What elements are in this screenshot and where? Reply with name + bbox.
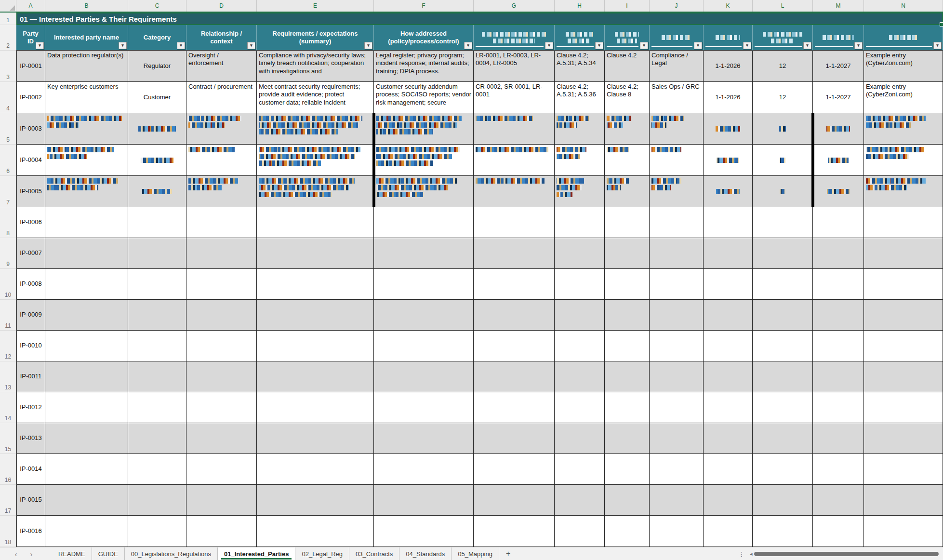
row-number[interactable]: 10	[0, 269, 16, 300]
cell-D5[interactable]	[186, 113, 257, 145]
row-number[interactable]: 17	[0, 485, 16, 516]
header-col-G[interactable]: ▾	[474, 25, 555, 51]
cell-H17[interactable]	[555, 485, 605, 516]
tab-02_Legal_Reg[interactable]: 02_Legal_Reg	[295, 547, 349, 560]
cell-E7[interactable]	[257, 176, 374, 207]
cell-E13[interactable]	[257, 361, 374, 392]
cell-N4[interactable]: Example entry (CyberZoni.com)	[864, 82, 943, 113]
cell-G6[interactable]	[474, 145, 555, 176]
sheet-title-cell[interactable]: 01 — Interested Parties & Their Requirem…	[16, 13, 943, 25]
cell-C4[interactable]: Customer	[128, 82, 186, 113]
cell-I18[interactable]	[605, 516, 650, 547]
cell-J7[interactable]	[650, 176, 704, 207]
cell-D7[interactable]	[186, 176, 257, 207]
horizontal-scrollbar[interactable]: ◂	[750, 547, 939, 560]
cell-B10[interactable]	[45, 269, 128, 300]
row-number[interactable]: 1	[0, 13, 16, 25]
cell-J3[interactable]: Compliance / Legal	[650, 51, 704, 82]
filter-dropdown-button[interactable]: ▾	[743, 42, 751, 49]
filter-dropdown-button[interactable]: ▾	[177, 42, 185, 49]
cell-H11[interactable]	[555, 300, 605, 331]
cell-M18[interactable]	[813, 516, 864, 547]
tab-README[interactable]: README	[52, 547, 92, 560]
header-col-E[interactable]: Requirements / expectations (summary)▾	[257, 25, 374, 51]
cell-J5[interactable]	[650, 113, 704, 145]
cell-L11[interactable]	[753, 300, 813, 331]
cell-N16[interactable]	[864, 454, 943, 485]
cell-N13[interactable]	[864, 361, 943, 392]
cell-B12[interactable]	[45, 331, 128, 361]
horizontal-scrollbar-thumb[interactable]	[754, 552, 939, 556]
filter-dropdown-button[interactable]: ▾	[694, 42, 702, 49]
cell-I13[interactable]	[605, 361, 650, 392]
cell-F7[interactable]	[374, 176, 474, 207]
cell-F6[interactable]	[374, 145, 474, 176]
cell-C9[interactable]	[128, 238, 186, 269]
cell-F18[interactable]	[374, 516, 474, 547]
cell-F3[interactable]: Legal register; privacy program; inciden…	[374, 51, 474, 82]
cell-D8[interactable]	[186, 207, 257, 238]
cell-J15[interactable]	[650, 423, 704, 454]
cell-B15[interactable]	[45, 423, 128, 454]
filter-dropdown-button[interactable]: ▾	[36, 42, 44, 49]
row-number[interactable]: 5	[0, 113, 16, 145]
cell-L13[interactable]	[753, 361, 813, 392]
cell-B3[interactable]: Data protection regulator(s)	[45, 51, 128, 82]
row-number[interactable]: 12	[0, 331, 16, 361]
cell-B7[interactable]	[45, 176, 128, 207]
cell-H16[interactable]	[555, 454, 605, 485]
header-col-N[interactable]: ▾	[864, 25, 943, 51]
column-header-F[interactable]: F	[374, 0, 474, 12]
cell-F13[interactable]	[374, 361, 474, 392]
cell-F8[interactable]	[374, 207, 474, 238]
cell-K16[interactable]	[704, 454, 753, 485]
cell-N12[interactable]	[864, 331, 943, 361]
cell-K7[interactable]	[704, 176, 753, 207]
cell-L16[interactable]	[753, 454, 813, 485]
cell-N10[interactable]	[864, 269, 943, 300]
cell-M9[interactable]	[813, 238, 864, 269]
cell-M7[interactable]	[813, 176, 864, 207]
cell-G4[interactable]: CR-0002, SR-0001, LR-0001	[474, 82, 555, 113]
cell-N8[interactable]	[864, 207, 943, 238]
cell-E16[interactable]	[257, 454, 374, 485]
column-header-B[interactable]: B	[45, 0, 128, 12]
cell-I8[interactable]	[605, 207, 650, 238]
tab-04_Standards[interactable]: 04_Standards	[399, 547, 452, 560]
cell-J13[interactable]	[650, 361, 704, 392]
cell-J4[interactable]: Sales Ops / GRC	[650, 82, 704, 113]
filter-dropdown-button[interactable]: ▾	[119, 42, 127, 49]
cell-M3[interactable]: 1-1-2027	[813, 51, 864, 82]
filter-dropdown-button[interactable]: ▾	[247, 42, 255, 49]
cell-K12[interactable]	[704, 331, 753, 361]
cell-D10[interactable]	[186, 269, 257, 300]
cell-K8[interactable]	[704, 207, 753, 238]
cell-F9[interactable]	[374, 238, 474, 269]
cell-B8[interactable]	[45, 207, 128, 238]
cell-C14[interactable]	[128, 392, 186, 423]
cell-G15[interactable]	[474, 423, 555, 454]
cell-G7[interactable]	[474, 176, 555, 207]
cell-A9[interactable]: IP-0007	[16, 238, 45, 269]
cell-K11[interactable]	[704, 300, 753, 331]
row-number[interactable]: 2	[0, 25, 16, 51]
column-header-C[interactable]: C	[128, 0, 186, 12]
cell-D17[interactable]	[186, 485, 257, 516]
cell-B11[interactable]	[45, 300, 128, 331]
cell-E18[interactable]	[257, 516, 374, 547]
cell-K15[interactable]	[704, 423, 753, 454]
cell-A12[interactable]: IP-0010	[16, 331, 45, 361]
cell-H12[interactable]	[555, 331, 605, 361]
cell-N15[interactable]	[864, 423, 943, 454]
cell-G17[interactable]	[474, 485, 555, 516]
selection-fill-handle[interactable]	[940, 22, 943, 27]
column-header-M[interactable]: M	[813, 0, 864, 12]
cell-E17[interactable]	[257, 485, 374, 516]
cell-H6[interactable]	[555, 145, 605, 176]
cell-E10[interactable]	[257, 269, 374, 300]
header-col-K[interactable]: ▾	[704, 25, 753, 51]
cell-L7[interactable]	[753, 176, 813, 207]
cell-L3[interactable]: 12	[753, 51, 813, 82]
cell-G18[interactable]	[474, 516, 555, 547]
row-number[interactable]: 9	[0, 238, 16, 269]
